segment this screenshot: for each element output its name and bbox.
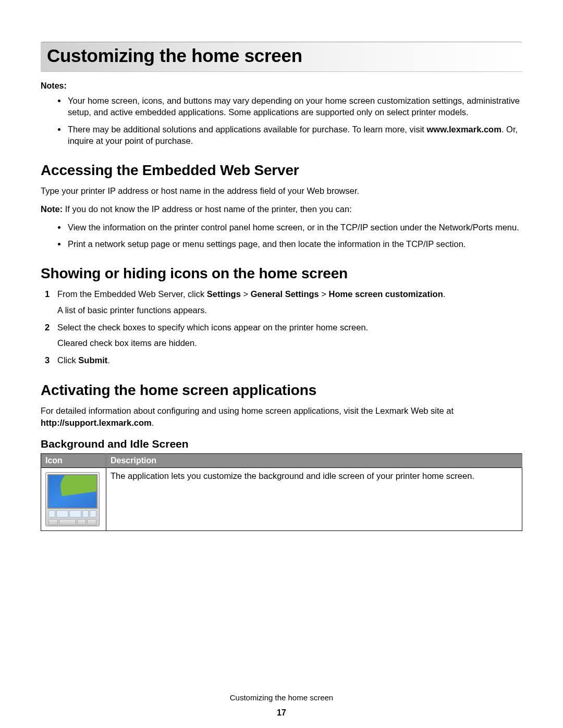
section-heading-activating-apps: Activating the home screen applications bbox=[41, 382, 522, 399]
subsection-heading-background-idle: Background and Idle Screen bbox=[41, 438, 522, 450]
paragraph: Type your printer IP address or host nam… bbox=[41, 185, 522, 197]
notes-item: There may be additional solutions and ap… bbox=[67, 124, 522, 147]
text: > bbox=[319, 289, 329, 299]
printer-tray-icon bbox=[47, 519, 97, 525]
notes-item: Your home screen, icons, and buttons may… bbox=[67, 95, 522, 118]
chapter-title-bar: Customizing the home screen bbox=[41, 42, 522, 72]
printer-screen-icon bbox=[47, 474, 97, 509]
menu-path-part: Settings bbox=[207, 289, 241, 299]
th-icon: Icon bbox=[41, 454, 106, 468]
notes-label: Notes: bbox=[41, 81, 522, 91]
bullet-item: Print a network setup page or menu setti… bbox=[67, 238, 522, 250]
text: If you do not know the IP address or hos… bbox=[63, 204, 352, 214]
page-number: 17 bbox=[0, 708, 563, 718]
step-item: Select the check boxes to specify which … bbox=[57, 322, 522, 350]
note-prefix: Note: bbox=[41, 204, 63, 214]
icon-cell bbox=[41, 468, 106, 531]
section-heading-showing-hiding-icons: Showing or hiding icons on the home scre… bbox=[41, 265, 522, 282]
step-item: Click Submit. bbox=[57, 354, 522, 366]
text: For detailed information about configuri… bbox=[41, 406, 454, 415]
step-note: A list of basic printer functions appear… bbox=[57, 304, 522, 316]
notes-list: Your home screen, icons, and buttons may… bbox=[41, 95, 522, 146]
chapter-title: Customizing the home screen bbox=[47, 45, 516, 66]
step-item: From the Embedded Web Server, click Sett… bbox=[57, 288, 522, 316]
text: . bbox=[107, 355, 110, 365]
text: Select the check boxes to specify which … bbox=[57, 323, 368, 332]
text: . bbox=[152, 418, 154, 427]
table-row: The application lets you customize the b… bbox=[41, 468, 522, 531]
bullet-item: View the information on the printer cont… bbox=[67, 221, 522, 233]
text: From the Embedded Web Server, click bbox=[57, 289, 207, 299]
description-cell: The application lets you customize the b… bbox=[106, 468, 522, 531]
text: > bbox=[241, 289, 251, 299]
button-name: Submit bbox=[78, 355, 107, 365]
printer-display-icon bbox=[45, 472, 100, 526]
note-paragraph: Note: If you do not know the IP address … bbox=[41, 203, 522, 215]
document-page: Customizing the home screen Notes: Your … bbox=[0, 0, 563, 728]
link-text: www.lexmark.com bbox=[427, 125, 501, 134]
link-text: http://support.lexmark.com bbox=[41, 418, 152, 427]
step-note: Cleared check box items are hidden. bbox=[57, 337, 522, 349]
bullet-list: View the information on the printer cont… bbox=[41, 221, 522, 250]
icon-description-table: Icon Description The appl bbox=[41, 453, 522, 531]
menu-path-part: General Settings bbox=[251, 289, 319, 299]
text: There may be additional solutions and ap… bbox=[68, 125, 427, 134]
paragraph: For detailed information about configuri… bbox=[41, 405, 522, 429]
text: . bbox=[443, 289, 446, 299]
text: Click bbox=[57, 355, 78, 365]
numbered-list: From the Embedded Web Server, click Sett… bbox=[41, 288, 522, 366]
th-description: Description bbox=[106, 454, 522, 468]
menu-path-part: Home screen customization bbox=[329, 289, 443, 299]
footer-text: Customizing the home screen bbox=[0, 693, 563, 702]
printer-button-row-icon bbox=[47, 510, 97, 517]
section-heading-accessing-ews: Accessing the Embedded Web Server bbox=[41, 162, 522, 179]
